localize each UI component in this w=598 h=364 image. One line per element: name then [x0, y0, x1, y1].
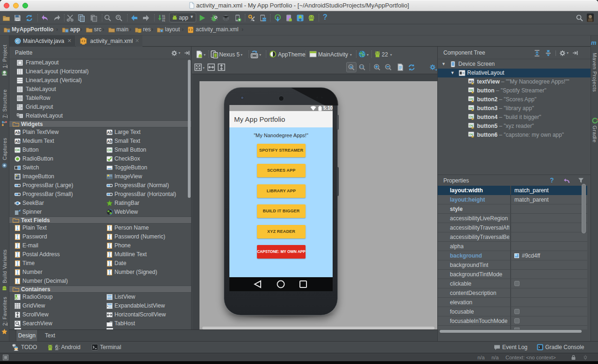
svg-text:01: 01 [162, 19, 165, 22]
svg-text:Ab: Ab [15, 139, 20, 144]
svg-text:OK: OK [15, 148, 20, 152]
svg-text:C: C [16, 38, 20, 43]
svg-text:OK: OK [469, 89, 474, 91]
svg-text:OK: OK [469, 115, 474, 118]
svg-text:OK: OK [107, 148, 112, 152]
svg-text:OK: OK [469, 106, 474, 109]
svg-text:Ab: Ab [15, 130, 20, 135]
svg-text:Ab: Ab [107, 139, 112, 144]
svg-text:OK: OK [469, 124, 474, 127]
svg-text:OK: OK [469, 98, 474, 100]
svg-text:Ab: Ab [107, 130, 112, 135]
svg-text:OK: OK [469, 133, 474, 136]
svg-text:1:1: 1:1 [360, 65, 363, 68]
